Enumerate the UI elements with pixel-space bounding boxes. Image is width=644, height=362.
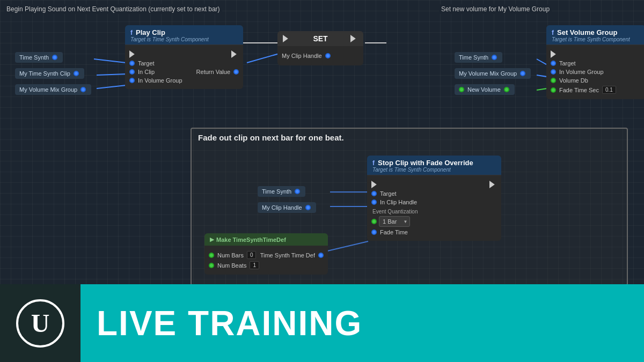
set-vol-fadetime-row: Fade Time Sec 0.1 (551, 86, 641, 94)
section1-label: Begin Playing Sound on Next Event Quanti… (4, 4, 222, 14)
set-vol-involgroup-label: In Volume Group (559, 69, 604, 75)
stop-clip-inclip-pin (371, 200, 377, 205)
my-volume-mix-group-label-1: My Volume Mix Group (19, 86, 77, 93)
make-numbeats-val: 1 (250, 261, 259, 269)
set-node-body: My Clip Handle (277, 46, 363, 65)
my-volume-mix-group-pin-1 (80, 87, 86, 92)
stop-clip-fade-row: Fade Time (371, 229, 497, 235)
logo-letter: U (31, 308, 50, 338)
make-numbars-row: Num Bars 0 Time Synth Time Def (209, 251, 324, 259)
stop-clip-header: f Stop Clip with Fade Override Target is… (367, 156, 501, 175)
stop-clip-exec-in (371, 181, 379, 188)
play-clip-vol-label: In Volume Group (138, 77, 182, 84)
play-clip-return-pin (233, 69, 239, 75)
my-volume-mix-group-input-1[interactable]: My Volume Mix Group (15, 84, 91, 95)
set-vol-voldb-pin (551, 78, 556, 83)
set-vol-voldb-label: Volume Db (559, 77, 588, 84)
my-clip-handle-label: My Clip Handle (262, 204, 302, 211)
new-volume-out-pin (504, 87, 509, 92)
play-clip-title: Play Clip (136, 28, 165, 36)
make-output-pin (318, 253, 324, 258)
logo-area: U (0, 284, 80, 362)
set-node[interactable]: SET My Clip Handle (277, 31, 363, 65)
my-clip-handle-pin (305, 205, 311, 210)
time-synth-input-2[interactable]: Time Synth (455, 52, 502, 63)
play-clip-vol-row: In Volume Group (129, 77, 239, 84)
my-volume-mix-group-input-2[interactable]: My Volume Mix Group (455, 68, 531, 79)
set-volume-subtitle: Target is Time Synth Component (552, 36, 640, 42)
make-timedef-header: ▶ Make TimeSynthTimeDef (204, 233, 328, 246)
play-clip-return-row: In Clip Return Value (129, 69, 239, 75)
time-synth-label-2: Time Synth (459, 54, 488, 61)
my-clip-handle-input[interactable]: My Clip Handle (258, 202, 316, 213)
dropdown-arrow: ▼ (403, 219, 407, 224)
my-time-synth-clip-input[interactable]: My Time Synth Clip (15, 68, 84, 79)
set-vol-exec-row (551, 50, 641, 58)
set-volume-group-node[interactable]: f Set Volume Group Target is Time Synth … (546, 25, 644, 99)
play-clip-header: f Play Clip Target is Time Synth Compone… (125, 25, 243, 45)
my-volume-mix-group-label-2: My Volume Mix Group (459, 70, 517, 77)
set-vol-target-pin (551, 61, 556, 66)
make-timedef-title: Make TimeSynthTimeDef (216, 237, 286, 243)
new-volume-input[interactable]: New Volume (455, 84, 515, 95)
make-numbars-pin (209, 253, 214, 258)
set-volume-title: Set Volume Group (557, 28, 617, 36)
play-clip-exec-out (231, 50, 239, 58)
play-clip-subtitle: Target is Time Synth Component (130, 36, 238, 42)
make-numbeats-label: Num Beats (217, 262, 246, 269)
time-synth-pin-2 (492, 55, 497, 60)
play-clip-target-pin (129, 61, 135, 66)
stop-clip-fade-pin (371, 230, 377, 235)
stop-clip-inclip-label: In Clip Handle (380, 199, 417, 205)
play-clip-body: Target In Clip Return Value In Volume Gr… (125, 45, 243, 89)
make-numbars-label: Num Bars (217, 252, 244, 258)
time-synth-input-1[interactable]: Time Synth (15, 52, 63, 63)
play-clip-inclip-label: In Clip (138, 69, 155, 75)
stop-clip-eq-section: Event Quantization 1 Bar ▼ (371, 209, 497, 227)
stop-clip-inclip-row: In Clip Handle (371, 199, 497, 205)
make-timedef-node[interactable]: ▶ Make TimeSynthTimeDef Num Bars 0 Time … (204, 233, 328, 275)
set-vol-target-label: Target (559, 60, 576, 67)
eq-dropdown[interactable]: 1 Bar ▼ (379, 216, 410, 227)
live-training-title: LIVE TRAINING (97, 304, 362, 343)
make-prefix: ▶ (210, 236, 214, 243)
set-vol-involgroup-row: In Volume Group (551, 69, 641, 75)
bottom-text-area: LIVE TRAINING (80, 284, 644, 362)
play-clip-node[interactable]: f Play Clip Target is Time Synth Compone… (125, 25, 243, 89)
play-clip-inclip-pin (129, 69, 135, 75)
eq-label: Event Quantization (372, 209, 497, 215)
time-synth-pin-1 (52, 55, 57, 60)
new-volume-pin (459, 87, 464, 92)
stop-clip-body: Target In Clip Handle Event Quantization… (367, 175, 501, 241)
set-exec-out (350, 35, 358, 42)
set-node-title: SET (277, 31, 363, 46)
fade-comment-label: Fade out clip on next bar for one beat. (192, 129, 627, 146)
set-vol-involgroup-pin (551, 69, 556, 75)
stop-clip-target-row: Target (371, 190, 497, 197)
make-output-label: Time Synth Time Def (260, 252, 315, 258)
bottom-bar: U LIVE TRAINING (0, 284, 644, 362)
fade-time-val: 0.1 (602, 86, 616, 94)
stop-clip-exec-row (371, 181, 497, 188)
make-numbeats-row: Num Beats 1 (209, 261, 324, 269)
my-volume-mix-group-pin-2 (520, 71, 525, 76)
eq-pin (371, 219, 377, 224)
stop-clip-target-pin (371, 191, 377, 196)
stop-clip-exec-out (489, 181, 497, 188)
set-vol-target-row: Target (551, 60, 641, 67)
play-clip-vol-pin (129, 78, 135, 83)
set-volume-header: f Set Volume Group Target is Time Synth … (546, 25, 644, 45)
set-clip-handle-label: My Clip Handle (282, 53, 322, 59)
set-exec-in (283, 35, 290, 42)
stop-clip-node[interactable]: f Stop Clip with Fade Override Target is… (367, 156, 501, 241)
make-numbeats-pin (209, 263, 214, 268)
set-label-row: My Clip Handle (282, 53, 359, 59)
eq-value: 1 Bar (383, 218, 397, 225)
time-synth-label-3: Time Synth (262, 188, 291, 195)
play-clip-exec-row (129, 50, 239, 58)
play-clip-exec-in (129, 50, 137, 58)
time-synth-input-3[interactable]: Time Synth (258, 186, 305, 197)
section2-label: Set new volume for My Volume Group (439, 4, 552, 14)
stop-clip-target-label: Target (380, 190, 397, 197)
play-clip-target-row: Target (129, 60, 239, 67)
